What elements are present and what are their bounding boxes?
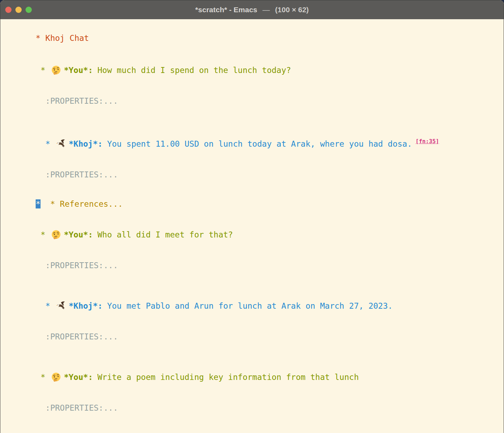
footnote-link[interactable]: [fn:35] (416, 138, 439, 145)
minimize-button[interactable] (15, 7, 22, 13)
chat-message-khoj: * *Khoj*:You met Pablo and Arun for lunc… (7, 290, 504, 322)
chat-message-you: * *You*:How much did I spend on the lunc… (7, 54, 504, 86)
window-title-separator: — (262, 6, 270, 14)
org-heading-text: Khoj Chat (45, 34, 89, 43)
indent (36, 261, 45, 270)
window-title: *scratch* - Emacs — (100 × 62) (195, 6, 309, 14)
properties-drawer[interactable]: :PROPERTIES:... (7, 393, 504, 423)
properties-drawer[interactable]: :PROPERTIES:... (7, 86, 504, 116)
indent (36, 332, 45, 341)
close-button[interactable] (5, 7, 12, 13)
message-text: You met Pablo and Arun for lunch at Arak… (107, 301, 393, 310)
speaker-name: *You*: (64, 230, 93, 239)
emacs-window: *scratch* - Emacs — (100 × 62) * Khoj Ch… (0, 0, 504, 433)
org-star: * (36, 34, 45, 43)
thinking-face-icon (51, 230, 61, 239)
eagle-icon (56, 139, 65, 148)
drawer-folded-text[interactable]: :PROPERTIES:... (45, 403, 118, 412)
org-star: * (36, 373, 50, 382)
traffic-lights (5, 0, 32, 19)
references-heading[interactable]: * * References... (7, 189, 504, 219)
zoom-button[interactable] (26, 7, 32, 13)
drawer-folded-text[interactable]: :PROPERTIES:... (45, 96, 118, 105)
properties-drawer[interactable]: :PROPERTIES:... (7, 322, 504, 351)
message-text: You spent 11.00 USD on lunch today at Ar… (107, 139, 412, 148)
text-cursor: * (36, 199, 41, 208)
org-star: * (36, 139, 55, 148)
chat-message-you: * *You*:Who all did I meet for that? (7, 219, 504, 251)
chat-message-khoj: * *Khoj*:You spent 11.00 USD on lunch to… (7, 125, 504, 160)
blank-line (7, 351, 504, 361)
indent (36, 403, 45, 412)
window-title-text: *scratch* - Emacs (195, 6, 257, 14)
speaker-name: *Khoj*: (69, 301, 102, 310)
indent (36, 96, 45, 105)
eagle-icon (56, 301, 65, 310)
message-text: Write a poem including key information f… (98, 373, 359, 382)
drawer-folded-text[interactable]: :PROPERTIES:... (45, 332, 118, 341)
properties-drawer[interactable]: :PROPERTIES:... (7, 160, 504, 189)
emacs-buffer[interactable]: * Khoj Chat * *You*:How much did I spend… (0, 19, 504, 433)
chat-message-you: * *You*:Write a poem including key infor… (7, 361, 504, 393)
message-text: Who all did I meet for that? (98, 230, 233, 239)
indent (41, 199, 50, 208)
speaker-name: *Khoj*: (69, 139, 102, 148)
blank-line (7, 423, 504, 432)
org-star: * (36, 66, 50, 75)
drawer-folded-text[interactable]: :PROPERTIES:... (45, 261, 118, 270)
indent (36, 170, 45, 179)
thinking-face-icon (51, 65, 61, 75)
org-star: * (36, 230, 50, 239)
references-folded-text[interactable]: * References... (50, 199, 123, 208)
speaker-name: *You*: (64, 66, 93, 75)
thinking-face-icon (51, 372, 61, 382)
blank-line (7, 116, 504, 125)
drawer-folded-text[interactable]: :PROPERTIES:... (45, 170, 118, 179)
window-size-indicator: (100 × 62) (275, 6, 309, 14)
message-text: How much did I spend on the lunch today? (98, 66, 291, 75)
properties-drawer[interactable]: :PROPERTIES:... (7, 251, 504, 280)
speaker-name: *You*: (64, 373, 93, 382)
org-star: * (36, 301, 55, 310)
org-heading-khoj-chat[interactable]: * Khoj Chat (7, 22, 504, 54)
blank-line (7, 280, 504, 290)
titlebar[interactable]: *scratch* - Emacs — (100 × 62) (0, 0, 504, 19)
